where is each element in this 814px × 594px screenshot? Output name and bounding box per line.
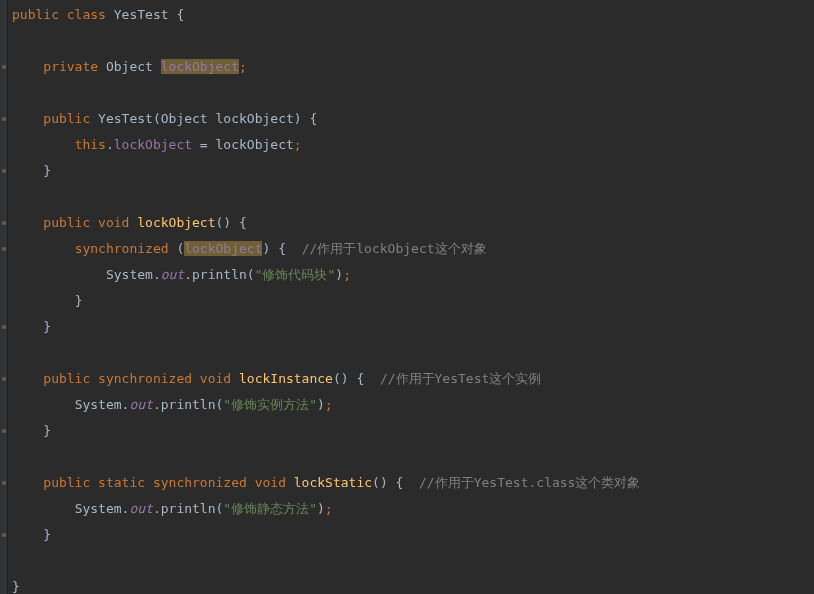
semicolon: ; [294, 137, 302, 152]
brace: { [396, 475, 404, 490]
keyword-class: class [67, 7, 106, 22]
keyword-void: void [255, 475, 286, 490]
dot: . [153, 501, 161, 516]
code-line: } [12, 293, 82, 308]
paren: ) [335, 267, 343, 282]
field-out: out [129, 397, 152, 412]
keyword-void: void [98, 215, 129, 230]
semicolon: ; [325, 501, 333, 516]
keyword-synchronized: synchronized [153, 475, 247, 490]
keyword-public: public [43, 111, 90, 126]
method-println: println [161, 397, 216, 412]
keyword-void: void [200, 371, 231, 386]
param-ref: lockObject [216, 137, 294, 152]
brace: } [12, 579, 20, 594]
code-line: public class YesTest { [12, 7, 184, 22]
keyword-private: private [43, 59, 98, 74]
method-println: println [161, 501, 216, 516]
code-line: public YesTest(Object lockObject) { [12, 111, 317, 126]
brace: } [43, 319, 51, 334]
brace: } [43, 527, 51, 542]
paren: ) [294, 111, 302, 126]
gutter-marker [2, 377, 6, 381]
brace: } [43, 423, 51, 438]
type-object: Object [161, 111, 208, 126]
param-lockobject: lockObject [216, 111, 294, 126]
dot: . [153, 397, 161, 412]
constructor-name: YesTest [98, 111, 153, 126]
dot: . [184, 267, 192, 282]
keyword-this: this [75, 137, 106, 152]
paren: ( [153, 111, 161, 126]
comment-inline: //作用于YesTest.class这个类对象 [419, 475, 640, 490]
string-literal: "修饰静态方法" [223, 501, 317, 516]
gutter-marker [2, 429, 6, 433]
keyword-static: static [98, 475, 145, 490]
code-line: public static synchronized void lockStat… [12, 475, 640, 490]
class-name: YesTest [114, 7, 169, 22]
field-lockobject: lockObject [114, 137, 192, 152]
semicolon: ; [343, 267, 351, 282]
code-line: } [12, 423, 51, 438]
gutter-marker [2, 533, 6, 537]
code-line: private Object lockObject; [12, 59, 247, 74]
dot: . [106, 137, 114, 152]
system-ref: System [75, 397, 122, 412]
gutter-marker [2, 169, 6, 173]
paren: ) [317, 397, 325, 412]
gutter-marker [2, 65, 6, 69]
semicolon: ; [239, 59, 247, 74]
assign: = [192, 137, 215, 152]
method-lockobject: lockObject [137, 215, 215, 230]
type-object: Object [106, 59, 153, 74]
brace: } [75, 293, 83, 308]
brace: } [43, 163, 51, 178]
paren: ) [380, 475, 388, 490]
gutter-marker [2, 117, 6, 121]
brace: { [278, 241, 286, 256]
semicolon: ; [325, 397, 333, 412]
paren: ) [223, 215, 231, 230]
code-line: System.out.println("修饰实例方法"); [12, 397, 333, 412]
paren: ) [341, 371, 349, 386]
dot: . [153, 267, 161, 282]
code-line: this.lockObject = lockObject; [12, 137, 302, 152]
system-ref: System [106, 267, 153, 282]
code-line: } [12, 163, 51, 178]
keyword-public: public [12, 7, 59, 22]
code-line: System.out.println("修饰代码块"); [12, 267, 351, 282]
brace: { [176, 7, 184, 22]
paren: ( [333, 371, 341, 386]
code-line: synchronized (lockObject) { //作用于lockObj… [12, 241, 487, 256]
method-lockinstance: lockInstance [239, 371, 333, 386]
method-println: println [192, 267, 247, 282]
method-lockstatic: lockStatic [294, 475, 372, 490]
gutter-marker [2, 481, 6, 485]
brace: { [309, 111, 317, 126]
keyword-public: public [43, 475, 90, 490]
field-lockobject-highlighted: lockObject [161, 59, 239, 74]
code-line: System.out.println("修饰静态方法"); [12, 501, 333, 516]
code-line: } [12, 319, 51, 334]
keyword-public: public [43, 215, 90, 230]
brace: { [239, 215, 247, 230]
code-line: public void lockObject() { [12, 215, 247, 230]
gutter-marker [2, 325, 6, 329]
field-out: out [129, 501, 152, 516]
paren: ( [247, 267, 255, 282]
string-literal: "修饰代码块" [255, 267, 336, 282]
code-editor-content[interactable]: public class YesTest { private Object lo… [12, 0, 814, 594]
field-lockobject-highlighted: lockObject [184, 241, 262, 256]
editor-gutter [0, 0, 8, 594]
brace: { [356, 371, 364, 386]
system-ref: System [75, 501, 122, 516]
string-literal: "修饰实例方法" [223, 397, 317, 412]
keyword-public: public [43, 371, 90, 386]
keyword-synchronized: synchronized [98, 371, 192, 386]
field-out: out [161, 267, 184, 282]
gutter-marker [2, 247, 6, 251]
paren: ( [372, 475, 380, 490]
code-line: public synchronized void lockInstance() … [12, 371, 541, 386]
keyword-synchronized: synchronized [75, 241, 169, 256]
gutter-marker [2, 221, 6, 225]
